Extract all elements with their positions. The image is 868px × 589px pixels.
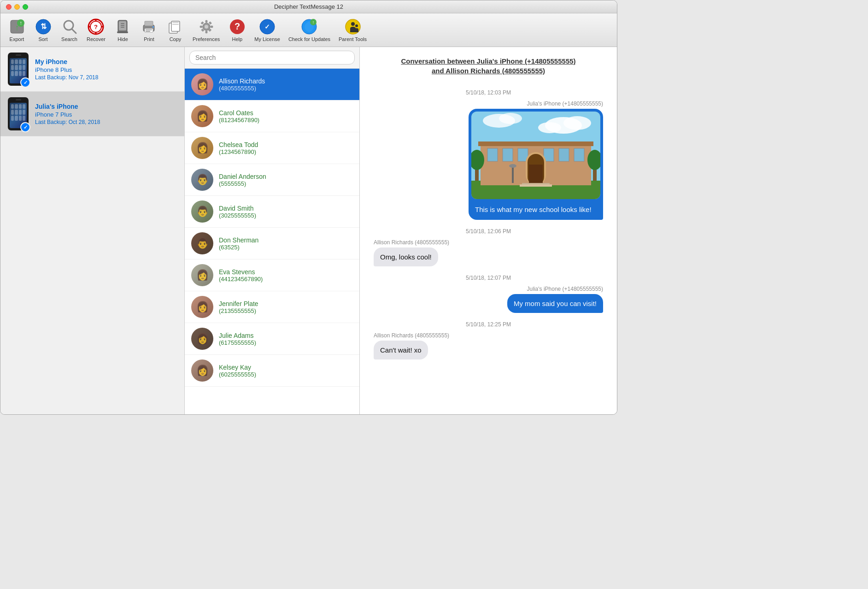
my-license-label: My License [254, 36, 280, 42]
print-button[interactable]: Print [136, 16, 162, 44]
device-info: My iPhone iPhone 8 Plus Last Backup: Nov… [35, 58, 177, 81]
device-backup: Last Backup: Oct 28, 2018 [35, 119, 177, 125]
contact-item[interactable]: 👩 Eva Stevens (441234567890) [185, 259, 359, 291]
contact-name: Carol Oates [219, 109, 353, 117]
contact-name: Jennifer Plate [219, 300, 353, 307]
svg-rect-61 [487, 148, 498, 161]
message-bubble: Can't wait! xo [374, 341, 428, 359]
check-updates-button[interactable]: ↑ Check for Updates [285, 16, 334, 44]
avatar: 👨 [191, 200, 213, 223]
timestamp: 5/10/18, 12:25 PM [374, 321, 603, 328]
contact-item[interactable]: 👨 David Smith (3025555555) [185, 196, 359, 228]
search-button[interactable]: Search [57, 16, 82, 44]
export-button[interactable]: ↑ ↑ Export [4, 16, 29, 44]
device-item[interactable]: Julia's iPhone iPhone 7 Plus Last Backup… [0, 92, 184, 136]
copy-label: Copy [170, 36, 182, 42]
contact-item[interactable]: 👩 Jennifer Plate (2135555555) [185, 291, 359, 323]
contact-list: 👩 Allison Richards (4805555555) 👩 Carol … [185, 47, 360, 415]
contact-phone: (2135555555) [219, 307, 353, 314]
device-name: Julia's iPhone [35, 103, 177, 110]
contact-item[interactable]: 👩 Julie Adams (6175555555) [185, 323, 359, 355]
sync-badge [20, 122, 30, 132]
parent-tools-button[interactable]: Parent Tools [335, 16, 370, 44]
contacts-scroll: 👩 Allison Richards (4805555555) 👩 Carol … [185, 69, 359, 415]
message-area: Conversation between Julia's iPhone (+14… [360, 47, 617, 415]
timestamp: 5/10/18, 12:07 PM [374, 275, 603, 281]
device-info: Julia's iPhone iPhone 7 Plus Last Backup… [35, 103, 177, 125]
contact-name: Allison Richards [219, 77, 353, 85]
contact-info: David Smith (3025555555) [219, 205, 353, 219]
copy-icon [166, 18, 184, 35]
message-bubble-wrap: This is what my new school looks like! [374, 109, 603, 220]
contact-name: Kelsey Kay [219, 364, 353, 371]
svg-line-7 [72, 29, 76, 33]
help-button[interactable]: ? Help [224, 16, 250, 44]
message-bubble-wrap: My mom said you can visit! [374, 294, 603, 313]
maximize-button[interactable] [23, 4, 28, 10]
sync-badge [20, 77, 30, 88]
svg-text:✓: ✓ [264, 23, 270, 30]
device-backup: Last Backup: Nov 7, 2018 [35, 74, 177, 81]
preferences-button[interactable]: Preferences [189, 16, 223, 44]
sort-label: Sort [38, 36, 47, 42]
contact-item[interactable]: 👩 Chelsea Todd (1234567890) [185, 132, 359, 164]
svg-point-54 [563, 116, 591, 130]
image-message-bubble: This is what my new school looks like! [469, 109, 603, 220]
check-updates-icon: ↑ [300, 18, 318, 35]
conversation-header: Conversation between Julia's iPhone (+14… [374, 56, 603, 76]
svg-text:↑: ↑ [312, 20, 315, 25]
svg-rect-34 [205, 31, 207, 33]
svg-text:↑: ↑ [19, 20, 22, 26]
sender-label: Allison Richards (4805555555) [374, 332, 603, 339]
device-list: My iPhone iPhone 8 Plus Last Backup: Nov… [0, 47, 185, 415]
contact-phone: (6025555555) [219, 371, 353, 378]
minimize-button[interactable] [14, 4, 20, 10]
svg-point-57 [499, 113, 522, 124]
contact-item[interactable]: 👩 Carol Oates (81234567890) [185, 100, 359, 132]
svg-rect-29 [172, 22, 179, 23]
sender-label: Allison Richards (4805555555) [374, 239, 603, 246]
contact-info: Don Sherman (63525) [219, 236, 353, 251]
avatar: 👩 [191, 359, 213, 382]
device-name: My iPhone [35, 58, 177, 65]
svg-rect-17 [121, 23, 124, 24]
svg-text:⇅: ⇅ [40, 23, 47, 30]
recover-button[interactable]: ? Recover [83, 16, 109, 44]
traffic-lights [6, 4, 28, 10]
search-label: Search [61, 36, 77, 42]
copy-button[interactable]: Copy [163, 16, 188, 44]
svg-rect-26 [152, 26, 154, 28]
contact-item[interactable]: 👨 Don Sherman (63525) [185, 228, 359, 259]
device-icon-wrap [8, 53, 29, 86]
contact-name: Daniel Anderson [219, 173, 353, 180]
print-label: Print [144, 36, 154, 42]
avatar: 👩 [191, 328, 213, 350]
avatar: 👨 [191, 232, 213, 254]
sort-button[interactable]: ⇅ Sort [30, 16, 56, 44]
contact-info: Allison Richards (4805555555) [219, 77, 353, 92]
hide-button[interactable]: Hide [110, 16, 135, 44]
avatar: 👩 [191, 296, 213, 318]
search-input[interactable] [189, 51, 355, 65]
message-bubble-wrap: Omg, looks cool! [374, 247, 603, 266]
contact-info: Eva Stevens (441234567890) [219, 268, 353, 283]
my-license-button[interactable]: ✓ My License [251, 16, 284, 44]
contact-item[interactable]: 👩 Allison Richards (4805555555) [185, 69, 359, 100]
device-item[interactable]: My iPhone iPhone 8 Plus Last Backup: Nov… [0, 47, 184, 92]
svg-rect-33 [205, 20, 207, 23]
contact-info: Carol Oates (81234567890) [219, 109, 353, 124]
close-button[interactable] [6, 4, 12, 10]
contact-item[interactable]: 👩 Kelsey Kay (6025555555) [185, 355, 359, 387]
avatar: 👩 [191, 264, 213, 286]
contact-phone: (1234567890) [219, 148, 353, 155]
svg-rect-38 [209, 22, 211, 24]
title-bar: Decipher TextMessage 12 [0, 0, 617, 13]
message-bubble-wrap: Can't wait! xo [374, 341, 603, 359]
contact-name: Chelsea Todd [219, 141, 353, 148]
contact-info: Julie Adams (6175555555) [219, 332, 353, 346]
contact-item[interactable]: 👨 Daniel Anderson (5555555) [185, 164, 359, 196]
search-bar [185, 47, 359, 69]
recover-icon: ? [87, 18, 105, 35]
avatar: 👩 [191, 73, 213, 95]
device-model: iPhone 7 Plus [35, 111, 177, 118]
